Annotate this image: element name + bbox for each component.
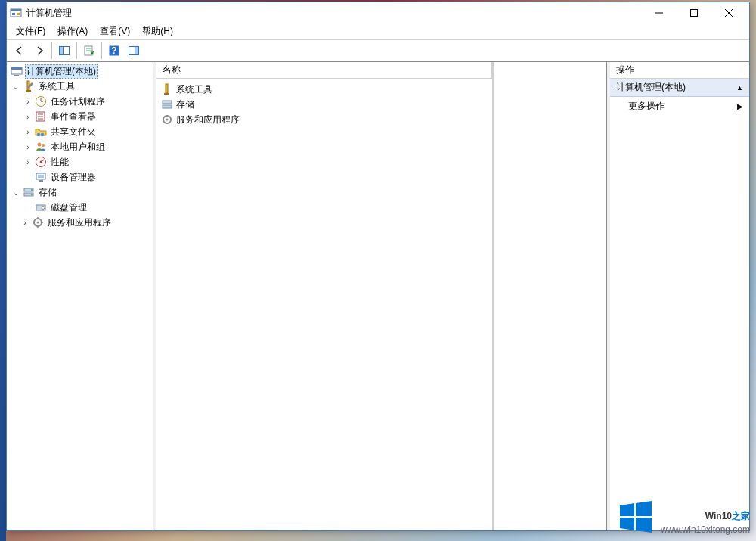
expand-icon[interactable]: › — [23, 128, 33, 136]
expand-icon[interactable]: › — [23, 98, 33, 106]
menu-help[interactable]: 帮助(H) — [136, 23, 179, 39]
actions-header: 操作 — [610, 62, 749, 79]
tree-pane[interactable]: 计算机管理(本地) ⌄ 系统工具 › 任务计划程序 › 事件查看器 › 共享文件 — [7, 62, 153, 530]
list-item[interactable]: 服务和应用程序 — [160, 112, 489, 127]
svg-point-30 — [41, 133, 44, 136]
tree-label: 系统工具 — [37, 80, 76, 93]
chevron-right-icon: ▶ — [737, 102, 743, 110]
toolbar-separator — [51, 42, 52, 59]
tree-event-viewer[interactable]: › 事件查看器 — [7, 109, 153, 124]
list-item[interactable]: 系统工具 — [160, 82, 489, 97]
actions-group-title: 计算机管理(本地) — [616, 81, 686, 94]
disk-icon — [35, 201, 47, 213]
svg-rect-21 — [26, 90, 31, 92]
tree-root[interactable]: 计算机管理(本地) — [7, 64, 153, 79]
content-area: 计算机管理(本地) ⌄ 系统工具 › 任务计划程序 › 事件查看器 › 共享文件 — [7, 61, 749, 530]
device-manager-icon — [35, 171, 47, 183]
svg-rect-38 — [38, 175, 44, 178]
tree-disk-management[interactable]: 磁盘管理 — [7, 200, 153, 215]
tree-task-scheduler[interactable]: › 任务计划程序 — [7, 94, 153, 109]
menu-view[interactable]: 查看(V) — [94, 23, 136, 39]
tree-performance[interactable]: › 性能 — [7, 154, 153, 169]
minimize-button[interactable] — [642, 2, 677, 23]
svg-rect-19 — [14, 75, 19, 76]
list-body[interactable]: 系统工具 存储 服务和应用程序 — [156, 79, 492, 530]
svg-rect-3 — [17, 13, 20, 15]
tree-label: 共享文件夹 — [49, 126, 98, 138]
tree-label: 设备管理器 — [49, 171, 98, 184]
tools-icon — [23, 80, 35, 92]
show-hide-action-pane-button[interactable] — [125, 42, 143, 60]
actions-pane: 操作 计算机管理(本地) ▲ 更多操作 ▶ — [610, 62, 749, 530]
tree-storage[interactable]: ⌄ 存储 — [7, 185, 153, 200]
actions-group-header[interactable]: 计算机管理(本地) ▲ — [610, 79, 749, 97]
svg-point-52 — [166, 119, 169, 121]
tree-local-users[interactable]: › 本地用户和组 — [7, 139, 153, 154]
svg-point-31 — [38, 143, 42, 147]
svg-rect-47 — [166, 84, 168, 93]
menu-file[interactable]: 文件(F) — [10, 23, 51, 39]
tree-label: 服务和应用程序 — [46, 216, 113, 229]
shared-folder-icon — [35, 126, 47, 138]
svg-rect-16 — [135, 46, 139, 54]
tree-label: 本地用户和组 — [49, 141, 107, 154]
services-icon — [161, 113, 173, 126]
svg-point-46 — [37, 222, 39, 224]
svg-rect-50 — [163, 105, 172, 108]
tree-services-apps[interactable]: › 服务和应用程序 — [7, 215, 153, 230]
users-icon — [35, 141, 47, 153]
computer-management-window: 计算机管理 文件(F) 操作(A) 查看(V) 帮助(H) ? — [6, 2, 750, 531]
actions-more[interactable]: 更多操作 ▶ — [610, 97, 749, 116]
collapse-icon[interactable]: ⌄ — [11, 82, 20, 91]
app-icon — [10, 7, 22, 19]
list-header: 名称 — [156, 62, 492, 79]
svg-rect-48 — [164, 93, 169, 95]
svg-rect-18 — [11, 67, 22, 70]
performance-icon — [35, 156, 47, 168]
tree-device-manager[interactable]: 设备管理器 — [7, 169, 153, 185]
maximize-button[interactable] — [677, 2, 711, 23]
tools-icon — [161, 83, 173, 95]
tree-label: 存储 — [37, 186, 58, 199]
tree-label: 磁盘管理 — [49, 201, 88, 214]
expand-icon[interactable]: › — [23, 143, 33, 151]
desktop-left-strip — [0, 0, 6, 541]
svg-point-29 — [37, 133, 40, 136]
help-button[interactable]: ? — [105, 42, 123, 60]
toolbar: ? — [7, 40, 749, 61]
tree-label: 性能 — [49, 156, 70, 169]
svg-rect-2 — [12, 13, 15, 15]
svg-rect-49 — [163, 101, 172, 104]
expand-icon[interactable]: › — [23, 113, 33, 121]
menu-action[interactable]: 操作(A) — [51, 23, 94, 39]
svg-rect-37 — [39, 180, 43, 182]
svg-point-44 — [42, 207, 45, 210]
expand-icon[interactable]: › — [23, 158, 33, 166]
expand-icon[interactable]: › — [20, 219, 29, 227]
properties-button[interactable] — [80, 42, 98, 60]
list-pane: 名称 系统工具 存储 服务和应用程序 — [156, 62, 607, 530]
tree-system-tools[interactable]: ⌄ 系统工具 — [7, 79, 153, 94]
menubar: 文件(F) 操作(A) 查看(V) 帮助(H) — [7, 23, 749, 40]
list-item[interactable]: 存储 — [160, 97, 489, 112]
tree-shared-folders[interactable]: › 共享文件夹 — [7, 124, 153, 139]
column-header-name[interactable]: 名称 — [156, 62, 492, 78]
list-item-label: 系统工具 — [176, 83, 212, 96]
svg-point-41 — [31, 189, 33, 191]
tree-label: 任务计划程序 — [49, 95, 107, 108]
svg-rect-5 — [691, 10, 698, 17]
toolbar-separator — [76, 42, 77, 59]
list-item-label: 服务和应用程序 — [176, 113, 240, 126]
forward-button[interactable] — [30, 42, 48, 60]
collapse-icon[interactable]: ⌄ — [11, 188, 20, 197]
window-title: 计算机管理 — [26, 7, 72, 20]
titlebar[interactable]: 计算机管理 — [7, 2, 749, 23]
storage-icon — [161, 98, 173, 110]
collapse-icon: ▲ — [736, 84, 743, 92]
back-button[interactable] — [11, 42, 29, 60]
show-hide-tree-button[interactable] — [55, 42, 73, 60]
tree-label: 事件查看器 — [49, 110, 98, 123]
svg-point-35 — [40, 161, 42, 163]
svg-point-42 — [31, 194, 33, 195]
close-button[interactable] — [711, 2, 746, 23]
